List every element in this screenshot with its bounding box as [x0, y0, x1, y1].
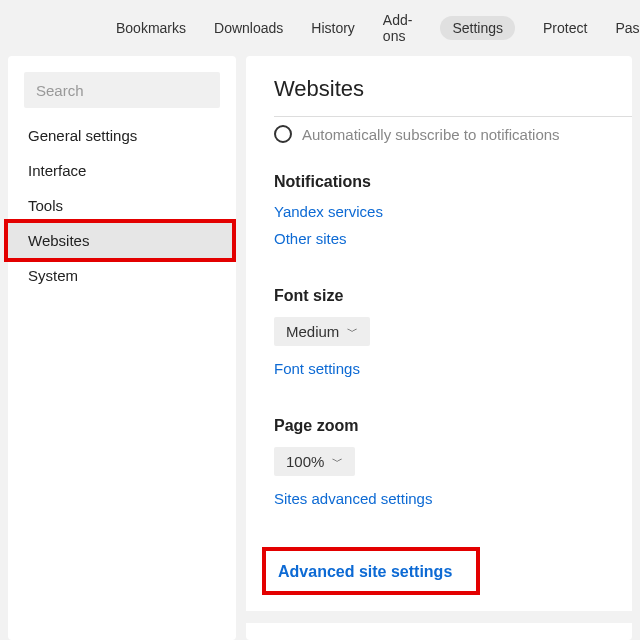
radio-auto-subscribe[interactable]: Automatically subscribe to notifications [274, 125, 632, 143]
link-yandex-services[interactable]: Yandex services [274, 203, 383, 220]
font-size-select[interactable]: Medium ﹀ [274, 317, 370, 346]
section-font-size: Font size Medium ﹀ Font settings [274, 287, 632, 387]
sidebar-item-tools[interactable]: Tools [8, 188, 236, 223]
link-advanced-site-settings[interactable]: Advanced site settings [278, 563, 452, 581]
section-notifications: Notifications Yandex services Other site… [274, 173, 632, 257]
font-size-title: Font size [274, 287, 632, 305]
sidebar-item-general[interactable]: General settings [8, 118, 236, 153]
section-page-zoom: Page zoom 100% ﹀ Sites advanced settings [274, 417, 632, 517]
search-input[interactable] [24, 72, 220, 108]
next-card [246, 623, 632, 635]
font-size-value: Medium [286, 323, 339, 340]
card-gap [246, 611, 632, 623]
radio-label: Automatically subscribe to notifications [302, 126, 560, 143]
sidebar: General settings Interface Tools Website… [8, 56, 236, 640]
sidebar-item-system[interactable]: System [8, 258, 236, 293]
zoom-select[interactable]: 100% ﹀ [274, 447, 355, 476]
radio-icon [274, 125, 292, 143]
notifications-title: Notifications [274, 173, 632, 191]
nav-settings[interactable]: Settings [440, 16, 515, 40]
section-advanced: Advanced site settings [274, 541, 632, 595]
highlight-websites: Websites [4, 219, 236, 262]
chevron-down-icon: ﹀ [347, 324, 358, 339]
nav-addons[interactable]: Add-ons [383, 12, 413, 44]
content-panel: Websites Automatically subscribe to noti… [246, 56, 632, 640]
link-other-sites[interactable]: Other sites [274, 230, 347, 247]
page-zoom-title: Page zoom [274, 417, 632, 435]
page-title: Websites [274, 76, 632, 102]
nav-downloads[interactable]: Downloads [214, 20, 283, 36]
link-sites-advanced[interactable]: Sites advanced settings [274, 490, 432, 507]
link-font-settings[interactable]: Font settings [274, 360, 360, 377]
nav-passwords[interactable]: Password [615, 20, 640, 36]
nav-bookmarks[interactable]: Bookmarks [116, 20, 186, 36]
chevron-down-icon: ﹀ [332, 454, 343, 469]
highlight-advanced: Advanced site settings [262, 547, 480, 595]
sidebar-item-websites[interactable]: Websites [8, 223, 232, 258]
nav-protect[interactable]: Protect [543, 20, 587, 36]
nav-history[interactable]: History [311, 20, 355, 36]
top-nav: Bookmarks Downloads History Add-ons Sett… [0, 0, 640, 56]
zoom-value: 100% [286, 453, 324, 470]
sidebar-item-interface[interactable]: Interface [8, 153, 236, 188]
separator [274, 116, 632, 117]
